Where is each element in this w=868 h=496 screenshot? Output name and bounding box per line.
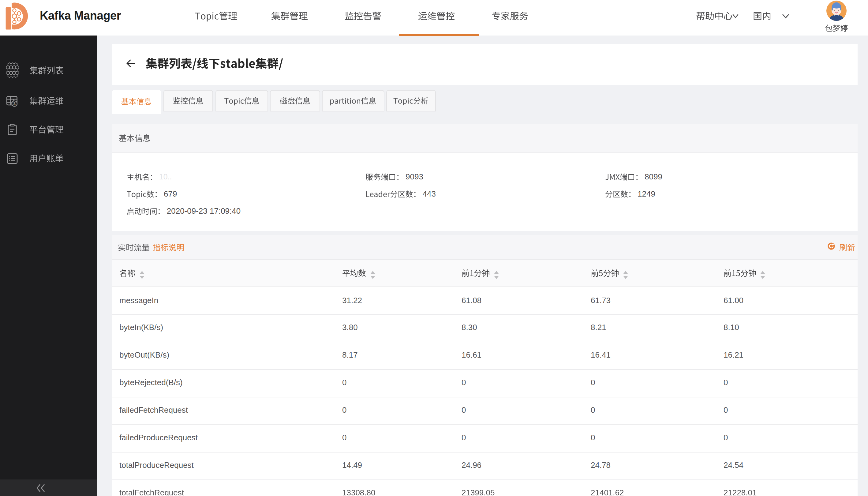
svg-text:$: $: [14, 101, 16, 106]
